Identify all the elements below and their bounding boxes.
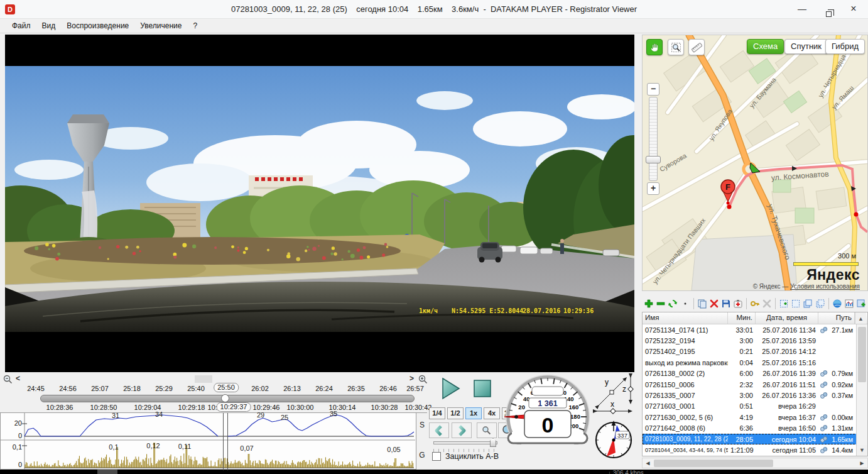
speed-1x-button[interactable]: 1x <box>465 407 482 419</box>
file-row[interactable]: 07281044_0034, 43-44, 59, 74 (57)1:21:09… <box>643 444 867 455</box>
telemetry-graphs[interactable]: 20 0 0,1 0 31 34 29 25 35 0,1 0,12 0,11 … <box>0 412 427 470</box>
refresh-button[interactable] <box>667 297 678 311</box>
menu-help[interactable]: ? <box>187 20 203 31</box>
timeline-zoom-out-icon[interactable] <box>3 375 13 384</box>
column-date[interactable]: Дата, время <box>756 312 818 324</box>
menu-file[interactable]: Файл <box>6 20 36 31</box>
axis-y-label: y <box>605 378 609 387</box>
ruler-tool-button[interactable] <box>688 39 705 55</box>
stop-button[interactable] <box>472 378 492 399</box>
graph-side-labels: S G <box>416 413 428 470</box>
select-add-button[interactable] <box>778 297 789 311</box>
map-zoom-slider[interactable] <box>649 97 658 181</box>
file-list-hscrollbar[interactable]: ◄ ► <box>642 458 868 468</box>
unlink-button[interactable] <box>761 297 773 311</box>
google-earth-button[interactable] <box>832 297 843 311</box>
scrollbar-down-arrow[interactable]: ▼ <box>857 445 867 456</box>
yandex-logo: Яндекс <box>806 267 860 284</box>
gauge-speed-value: 0 <box>542 413 554 437</box>
column-min[interactable]: Мин. <box>728 312 756 324</box>
file-row-selected[interactable]: 07281003_0009, 11, 22, 28 (25)28:05сегод… <box>643 434 867 444</box>
hscroll-left-arrow[interactable]: ◄ <box>643 460 653 466</box>
file-row[interactable]: 07251402_01950:2125.07.2016 14:12 <box>643 346 867 357</box>
timeline-zoom-in-icon[interactable] <box>418 375 428 384</box>
timeline-slider-thumb[interactable] <box>221 394 229 402</box>
key-button[interactable] <box>749 297 761 311</box>
file-list-vscrollbar[interactable]: ▼ <box>856 324 867 456</box>
zoom-out-video-button[interactable] <box>477 422 497 438</box>
select-button[interactable] <box>790 297 801 311</box>
file-row[interactable]: 07261335_00073:0026.07.2016 13:360.37км <box>643 390 867 400</box>
loop-ab-checkbox[interactable] <box>432 452 441 461</box>
file-row[interactable]: 07271603_00010:51вчера 16:29 <box>643 401 867 412</box>
playhead-cursor[interactable] <box>223 413 224 470</box>
speed-1-4-button[interactable]: 1/4 <box>429 407 445 419</box>
add-button[interactable] <box>643 297 654 311</box>
file-row[interactable]: 07271630_0002, 5 (6)4:19вчера 16:370.00к… <box>643 412 867 422</box>
hscrollbar-thumb[interactable] <box>654 460 773 467</box>
save-button[interactable] <box>720 297 732 311</box>
repair-button[interactable] <box>732 297 744 311</box>
svg-text:180: 180 <box>570 413 580 420</box>
timeline-top-tick: 26:46 <box>379 385 397 392</box>
s-axis-zero: 0 <box>6 432 22 439</box>
file-name: 07271603_0001 <box>643 402 728 410</box>
map-type-satellite-button[interactable]: Спутник <box>784 39 828 54</box>
s-axis-top: 20 <box>6 419 22 427</box>
map-panel[interactable]: F ул. Якупова ул. Баумана ул. Четырнадца… <box>642 35 868 291</box>
position-slider[interactable] <box>433 441 497 444</box>
filelist-toolbar <box>643 295 867 312</box>
minimize-button[interactable]: — <box>790 0 814 19</box>
delete-button[interactable] <box>708 297 720 311</box>
play-button[interactable] <box>437 376 462 401</box>
datakam-player-window: D 07281003_0009, 11, 22, 28 (25) сегодня… <box>0 0 868 474</box>
file-row[interactable]: 07261138_0002 (2)6:0026.07.2016 11:390.7… <box>643 368 867 379</box>
next-file-button[interactable] <box>452 422 472 438</box>
copy-button[interactable] <box>696 297 707 311</box>
file-row[interactable]: выход из режима парковки0:0425.07.2016 1… <box>643 357 867 368</box>
file-row[interactable]: 07251232_01943:0025.07.2016 13:59 <box>643 335 867 346</box>
speed-1-2-button[interactable]: 1/2 <box>447 407 464 419</box>
prev-file-button[interactable] <box>429 422 449 438</box>
timeline-scroll-right[interactable]: > <box>410 374 414 383</box>
column-path[interactable]: Путь <box>818 312 855 324</box>
file-row[interactable]: 07261150_00062:3226.07.2016 11:510.92км <box>643 379 867 390</box>
menu-zoom[interactable]: Увеличение <box>134 20 187 31</box>
timeline-range-indicator[interactable] <box>195 375 212 383</box>
vscrollbar-thumb[interactable] <box>858 327 866 382</box>
menu-playback[interactable]: Воспроизведение <box>61 20 134 31</box>
map-type-scheme-button[interactable]: Схема <box>747 39 784 54</box>
file-name: 07251134_0174 (11) <box>643 326 728 334</box>
zoom-select-tool-button[interactable] <box>668 39 684 55</box>
remove-button[interactable] <box>655 297 666 311</box>
close-button[interactable]: × <box>842 0 865 19</box>
restore-button[interactable] <box>816 0 840 19</box>
copy-region-button[interactable] <box>802 297 813 311</box>
speedometer-gauge: 20406080100120140160180200 1 361 0 <box>499 374 594 444</box>
attribution-link[interactable]: Условия использования <box>790 283 860 290</box>
file-name: 07281003_0009, 11, 22, 28 (25) <box>643 436 728 443</box>
timeline-scroll-left[interactable]: < <box>16 374 20 383</box>
map-zoom-in-button[interactable]: + <box>647 182 659 195</box>
file-path: 0.37км <box>818 392 855 399</box>
more-button[interactable] <box>679 297 690 311</box>
map-type-hybrid-button[interactable]: Гибрид <box>825 39 865 54</box>
menu-view[interactable]: Вид <box>36 20 62 31</box>
speed-4x-button[interactable]: 4x <box>484 407 500 419</box>
export-chart-button[interactable] <box>844 297 855 311</box>
playhead-cursor-right[interactable] <box>227 413 228 470</box>
column-name[interactable]: Имя <box>643 312 728 324</box>
file-row[interactable]: 07271642_0008 (6)6:36вчера 16:501.31км <box>643 423 867 434</box>
import-button[interactable] <box>855 297 867 311</box>
map-zoom-out-button[interactable]: − <box>647 83 659 96</box>
file-path: 27.1км <box>818 326 855 334</box>
car-ahead <box>477 242 502 263</box>
map-zoom-slider-thumb[interactable] <box>646 156 661 163</box>
speed-curve-right <box>228 415 414 436</box>
pan-tool-button[interactable] <box>646 39 663 55</box>
hscroll-right-arrow[interactable]: ► <box>857 460 867 466</box>
file-row[interactable]: 07251134_0174 (11)33:0125.07.2016 11:342… <box>643 324 867 335</box>
scrollbar-up-arrow[interactable]: ▲ <box>855 312 866 324</box>
copy-region-alt-button[interactable] <box>815 297 826 311</box>
video-panel[interactable]: 1км/ч N:54.5295 E:52.8044 28.07.2016 10:… <box>5 35 634 372</box>
